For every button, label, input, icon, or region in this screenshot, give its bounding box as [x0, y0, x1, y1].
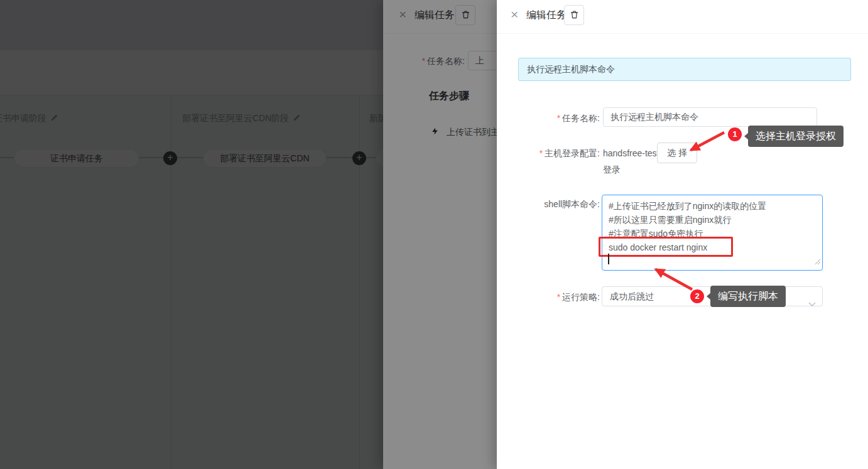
required-mark: *	[540, 148, 543, 158]
host-login-config-label: *主机登录配置:	[497, 148, 600, 159]
textarea-resize-handle[interactable]	[815, 255, 821, 269]
shell-script-label: shell脚本命令:	[497, 199, 600, 210]
run-strategy-label: *运行策略:	[497, 292, 600, 303]
task-name-label: *任务名称:	[497, 113, 600, 124]
required-mark: *	[557, 113, 560, 123]
trash-icon	[570, 9, 579, 21]
chevron-down-icon	[808, 294, 816, 313]
task-type-info-alert: 执行远程主机脚本命令	[518, 58, 851, 81]
selected-option: 成功后跳过	[610, 291, 654, 301]
close-icon[interactable]: ×	[511, 8, 518, 21]
delete-task-button[interactable]	[564, 5, 584, 25]
label-text: 任务名称:	[562, 113, 600, 123]
host-config-value: handsfree-test	[603, 148, 659, 158]
label-text: shell脚本命令:	[544, 199, 600, 209]
shell-script-textarea[interactable]: #上传证书已经放到了nginx的读取的位置 #所以这里只需要重启nginx就行 …	[602, 195, 823, 271]
task-name-input[interactable]: 执行远程主机脚本命令	[603, 107, 817, 127]
choose-host-button[interactable]: 选 择	[657, 143, 697, 163]
shell-line: #注意配置sudo免密执行	[609, 227, 816, 240]
drawer-header: × 编辑任务	[497, 0, 868, 34]
shell-line: sudo docker restart nginx	[609, 240, 816, 254]
run-strategy-select[interactable]: 成功后跳过	[602, 286, 823, 306]
alert-text: 执行远程主机脚本命令	[527, 64, 615, 74]
label-text: 主机登录配置:	[545, 148, 600, 158]
app-page: 证书申请阶段 部署证书至阿里云CDN阶段 新阶段 证书申请任务 部署证书至阿里云…	[0, 0, 868, 469]
shell-line: #上传证书已经放到了nginx的读取的位置	[609, 199, 816, 213]
label-text: 运行策略:	[562, 292, 600, 302]
shell-line: #所以这里只需要重启nginx就行	[609, 213, 816, 227]
edit-task-drawer-front: × 编辑任务 执行远程主机脚本命令 *任务名称: 执行远程主机脚本命令 *主机登…	[497, 0, 868, 469]
required-mark: *	[557, 292, 560, 302]
host-config-value-line2: 登录	[603, 164, 621, 176]
drawer-title: 编辑任务	[526, 9, 567, 22]
